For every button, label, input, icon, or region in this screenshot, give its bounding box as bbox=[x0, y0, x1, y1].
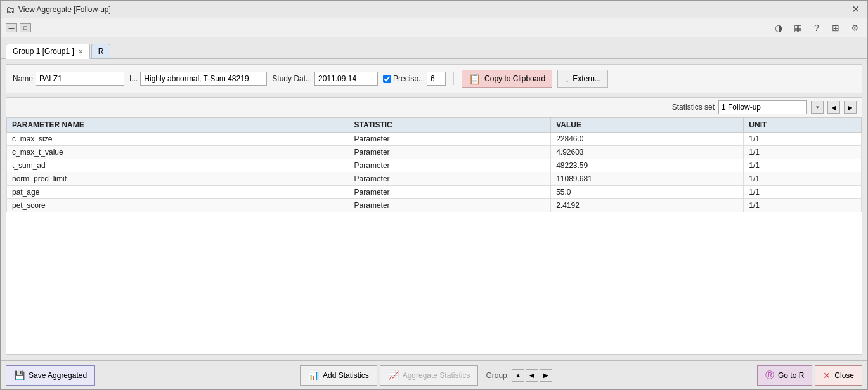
col-header-param: PARAMETER NAME bbox=[7, 118, 349, 133]
toolbar-icon-1[interactable]: ◑ bbox=[771, 20, 786, 36]
group-label: Group: bbox=[486, 371, 509, 380]
cell-value-5: 2.4192 bbox=[551, 199, 744, 212]
cell-unit-2[interactable]: 1/1 bbox=[744, 159, 862, 172]
save-label: Save Aggregated bbox=[29, 371, 87, 380]
cell-unit-4[interactable]: 1/1 bbox=[744, 186, 862, 199]
table-row: t_sum_ad Parameter 48223.59 1/1 bbox=[7, 159, 862, 172]
date-input[interactable] bbox=[314, 72, 378, 86]
clipboard-icon: 📋 bbox=[469, 73, 481, 85]
window-title: View Aggregate [Follow-up] bbox=[18, 5, 111, 14]
table-row: pat_age Parameter 55.0 1/1 bbox=[7, 186, 862, 199]
add-stats-icon: 📊 bbox=[308, 370, 319, 380]
cell-statistic-5: Parameter bbox=[349, 199, 551, 212]
table-row: pet_score Parameter 2.4192 1/1 bbox=[7, 199, 862, 212]
cell-statistic-0: Parameter bbox=[349, 133, 551, 146]
name-input[interactable] bbox=[36, 72, 124, 86]
cell-statistic-4: Parameter bbox=[349, 186, 551, 199]
maximize-button[interactable]: □ bbox=[20, 23, 31, 32]
tab-R[interactable]: R bbox=[91, 44, 111, 58]
cell-unit-0[interactable]: 1/1 bbox=[744, 133, 862, 146]
col-header-unit: UNIT bbox=[744, 118, 862, 133]
top-form: Name I... Study Dat... Preciso... 📋 Copy… bbox=[6, 64, 862, 93]
controls-bar: — □ ◑ ▦ ? ⊞ ⚙ bbox=[1, 18, 867, 37]
cell-param-3: norm_pred_limit bbox=[7, 172, 349, 186]
info-input[interactable] bbox=[140, 72, 267, 86]
group-nav: ▲ ◀ ▶ bbox=[512, 369, 552, 382]
precision-label: Preciso... bbox=[393, 74, 425, 83]
title-bar-left: 🗂 View Aggregate [Follow-up] bbox=[6, 4, 111, 15]
cell-unit-3[interactable]: 1/1 bbox=[744, 172, 862, 186]
window-minmax: — □ bbox=[6, 23, 31, 32]
statistics-set-label: Statistics set bbox=[672, 103, 715, 112]
cell-param-4: pat_age bbox=[7, 186, 349, 199]
window-icon: 🗂 bbox=[6, 4, 15, 15]
statistics-area: Statistics set ▾ ◀ ▶ PARAMETER NAME bbox=[6, 97, 862, 355]
toolbar-icon-3[interactable]: ⊞ bbox=[828, 20, 843, 36]
statistics-set-input[interactable] bbox=[718, 100, 807, 114]
cell-param-1: c_max_t_value bbox=[7, 146, 349, 159]
cell-value-1: 4.92603 bbox=[551, 146, 744, 159]
gor-icon: Ⓡ bbox=[765, 370, 774, 381]
stats-header-bar: Statistics set ▾ ◀ ▶ bbox=[6, 98, 862, 117]
extern-icon: ↓ bbox=[564, 73, 569, 84]
toolbar-settings[interactable]: ⚙ bbox=[847, 20, 862, 36]
extern-button[interactable]: ↓ Extern... bbox=[557, 70, 608, 88]
group-next-btn[interactable]: ▶ bbox=[540, 369, 552, 382]
cell-param-0: c_max_size bbox=[7, 133, 349, 146]
name-label: Name bbox=[13, 74, 33, 83]
cell-value-0: 22846.0 bbox=[551, 133, 744, 146]
cell-value-3: 11089.681 bbox=[551, 172, 744, 186]
group-prev-btn[interactable]: ◀ bbox=[526, 369, 538, 382]
copy-btn-label: Copy to Clipboard bbox=[484, 74, 545, 83]
col-header-statistic: STATISTIC bbox=[349, 118, 551, 133]
cell-statistic-3: Parameter bbox=[349, 172, 551, 186]
go-r-label: Go to R bbox=[778, 371, 804, 380]
aggregate-label: Aggregate Statistics bbox=[403, 371, 470, 380]
cell-param-5: pet_score bbox=[7, 199, 349, 212]
window-close-button[interactable]: ✕ bbox=[849, 3, 862, 15]
toolbar-icon-2[interactable]: ▦ bbox=[790, 20, 805, 36]
table-row: c_max_size Parameter 22846.0 1/1 bbox=[7, 133, 862, 146]
stats-next-btn[interactable]: ▶ bbox=[844, 101, 857, 114]
next-icon: ▶ bbox=[848, 104, 853, 111]
add-statistics-button[interactable]: 📊 Add Statistics bbox=[300, 365, 377, 386]
tabs-bar: Group 1 [Group1 ] ✕ R bbox=[1, 37, 867, 59]
date-label: Study Dat... bbox=[272, 74, 312, 83]
copy-to-clipboard-button[interactable]: 📋 Copy to Clipboard bbox=[462, 70, 552, 88]
cell-unit-5[interactable]: 1/1 bbox=[744, 199, 862, 212]
group-up-btn[interactable]: ▲ bbox=[512, 369, 524, 382]
bottom-bar: 💾 Save Aggregated 📊 Add Statistics 📈 Agg… bbox=[1, 360, 867, 389]
precision-checkbox[interactable] bbox=[383, 75, 391, 83]
minimize-button[interactable]: — bbox=[6, 23, 17, 32]
go-to-r-button[interactable]: Ⓡ Go to R bbox=[757, 365, 812, 386]
title-bar: 🗂 View Aggregate [Follow-up] ✕ bbox=[1, 1, 867, 18]
extern-btn-label: Extern... bbox=[573, 74, 601, 83]
close-icon: ✕ bbox=[823, 370, 831, 380]
cell-value-2: 48223.59 bbox=[551, 159, 744, 172]
table-container: PARAMETER NAME STATISTIC VALUE UNIT c_ma… bbox=[6, 117, 862, 354]
stats-prev-btn[interactable]: ◀ bbox=[827, 101, 840, 114]
cell-param-2: t_sum_ad bbox=[7, 159, 349, 172]
name-field: Name bbox=[13, 72, 124, 86]
main-content: Name I... Study Dat... Preciso... 📋 Copy… bbox=[1, 59, 867, 360]
precision-checkbox-field: Preciso... bbox=[383, 72, 446, 86]
table-row: norm_pred_limit Parameter 11089.681 1/1 bbox=[7, 172, 862, 186]
col-header-value: VALUE bbox=[551, 118, 744, 133]
close-label: Close bbox=[834, 371, 854, 380]
toolbar-help[interactable]: ? bbox=[809, 20, 824, 36]
info-label: I... bbox=[129, 74, 138, 83]
dropdown-arrow-icon: ▾ bbox=[816, 104, 819, 110]
info-field: I... bbox=[129, 72, 267, 86]
cell-unit-1[interactable]: 1/1 bbox=[744, 146, 862, 159]
cell-value-4: 55.0 bbox=[551, 186, 744, 199]
close-button[interactable]: ✕ Close bbox=[815, 365, 862, 386]
prev-icon: ◀ bbox=[831, 104, 836, 111]
tab-group1-close[interactable]: ✕ bbox=[78, 48, 83, 55]
main-window: 🗂 View Aggregate [Follow-up] ✕ — □ ◑ ▦ ?… bbox=[0, 0, 868, 390]
save-aggregated-button[interactable]: 💾 Save Aggregated bbox=[6, 365, 95, 386]
precision-input[interactable] bbox=[427, 72, 446, 86]
aggregate-statistics-button[interactable]: 📈 Aggregate Statistics bbox=[380, 365, 479, 386]
stats-dropdown-btn[interactable]: ▾ bbox=[811, 101, 824, 114]
date-field: Study Dat... bbox=[272, 72, 378, 86]
tab-group1[interactable]: Group 1 [Group1 ] ✕ bbox=[6, 44, 90, 59]
